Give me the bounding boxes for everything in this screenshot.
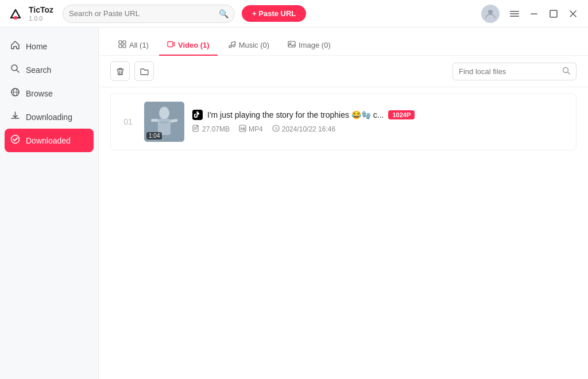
item-title-row: I'm just playing the story for the troph… [192, 110, 567, 120]
find-local-search-button[interactable] [556, 63, 576, 80]
app-name: TicToz [29, 5, 53, 15]
toolbar [99, 56, 588, 87]
find-local-container [452, 63, 577, 80]
sidebar-item-downloading[interactable]: Downloading [0, 105, 98, 129]
paste-url-button[interactable]: + Paste URL [242, 5, 306, 22]
download-list: 01 [99, 87, 588, 379]
paste-url-label: + Paste URL [252, 9, 296, 18]
music-tab-icon [228, 40, 236, 50]
delete-button[interactable] [110, 61, 130, 81]
svg-rect-6 [510, 13, 519, 14]
sidebar-item-home[interactable]: Home [0, 34, 98, 58]
folder-button[interactable] [134, 61, 154, 81]
sidebar-item-search[interactable]: Search [0, 58, 98, 82]
search-bar[interactable]: 🔍 [63, 5, 235, 23]
tab-all[interactable]: All (1) [110, 36, 157, 56]
search-input[interactable] [69, 9, 216, 18]
sidebar-item-browse[interactable]: Browse [0, 82, 98, 105]
format-icon [239, 125, 246, 134]
svg-rect-19 [123, 41, 126, 44]
close-button[interactable] [565, 6, 581, 22]
tiktok-icon [192, 110, 203, 120]
sidebar-search-label: Search [26, 65, 51, 75]
minimize-button[interactable] [526, 6, 542, 22]
main-layout: Home Search Browse Downloading Downloade… [0, 28, 588, 379]
file-format: MP4 [249, 125, 263, 133]
svg-point-17 [11, 136, 20, 144]
search-nav-icon [10, 64, 20, 76]
tab-video[interactable]: Video (1) [159, 36, 218, 56]
svg-point-31 [159, 107, 169, 119]
svg-rect-7 [510, 16, 519, 17]
item-meta: 27.07MB MP4 2024/10/22 16: [192, 125, 567, 134]
sidebar-downloading-label: Downloading [26, 113, 72, 122]
avatar [481, 5, 500, 23]
downloading-icon [10, 111, 20, 123]
video-duration: 1:04 [146, 132, 162, 140]
window-controls [506, 6, 581, 22]
home-icon [10, 40, 20, 52]
sidebar: Home Search Browse Downloading Downloade… [0, 28, 99, 379]
sidebar-downloaded-label: Downloaded [26, 136, 71, 145]
sidebar-home-label: Home [26, 42, 47, 51]
tab-all-label: All (1) [129, 41, 149, 49]
svg-rect-20 [119, 45, 122, 48]
item-info: I'm just playing the story for the troph… [192, 110, 567, 134]
svg-rect-5 [510, 11, 519, 12]
clock-icon [272, 125, 280, 134]
svg-rect-37 [239, 125, 246, 132]
item-number: 01 [120, 117, 136, 126]
svg-rect-9 [550, 10, 557, 17]
tab-video-label: Video (1) [178, 41, 210, 49]
file-size: 27.07MB [202, 125, 230, 133]
image-tab-icon [288, 40, 296, 50]
sidebar-browse-label: Browse [26, 89, 53, 98]
app-logo [7, 5, 24, 22]
app-name-block: TicToz 1.0.0 [29, 5, 53, 22]
svg-point-24 [233, 45, 235, 47]
file-size-meta: 27.07MB [192, 125, 230, 134]
svg-rect-33 [151, 119, 158, 122]
quality-badge: 1024P [388, 110, 415, 119]
app-version: 1.0.0 [29, 15, 53, 22]
tab-image-label: Image (0) [299, 41, 331, 49]
svg-rect-25 [288, 41, 295, 47]
tab-music[interactable]: Music (0) [220, 36, 277, 56]
file-format-meta: MP4 [239, 125, 263, 134]
svg-rect-22 [168, 42, 173, 47]
thumbnail-wrap: 1:04 [144, 102, 184, 142]
svg-point-3 [14, 16, 17, 20]
file-date-meta: 2024/10/22 16:46 [272, 125, 335, 134]
svg-point-23 [229, 45, 231, 48]
tab-image[interactable]: Image (0) [280, 36, 339, 56]
sidebar-item-downloaded[interactable]: Downloaded [5, 129, 94, 152]
browse-icon [10, 87, 20, 99]
file-size-icon [192, 125, 200, 134]
search-icon: 🔍 [219, 9, 229, 18]
find-local-input[interactable] [453, 64, 556, 79]
maximize-button[interactable] [546, 6, 562, 22]
tabs-bar: All (1) Video (1) Music (0) Image (0) [99, 28, 588, 56]
downloaded-icon [10, 134, 20, 146]
svg-rect-8 [531, 13, 537, 14]
menu-button[interactable] [506, 6, 523, 22]
file-date: 2024/10/22 16:46 [282, 125, 335, 133]
svg-rect-21 [123, 45, 126, 48]
titlebar: TicToz 1.0.0 🔍 + Paste URL [0, 0, 588, 28]
tab-music-label: Music (0) [239, 41, 269, 49]
svg-line-13 [17, 70, 19, 72]
content-area: All (1) Video (1) Music (0) Image (0) [99, 28, 588, 379]
svg-point-4 [488, 10, 493, 14]
svg-rect-18 [119, 41, 122, 44]
table-row: 01 [110, 93, 577, 150]
all-tab-icon [118, 40, 126, 50]
video-tab-icon [167, 40, 175, 50]
item-title: I'm just playing the story for the troph… [207, 110, 384, 119]
svg-rect-35 [160, 121, 168, 123]
svg-line-28 [568, 72, 570, 74]
